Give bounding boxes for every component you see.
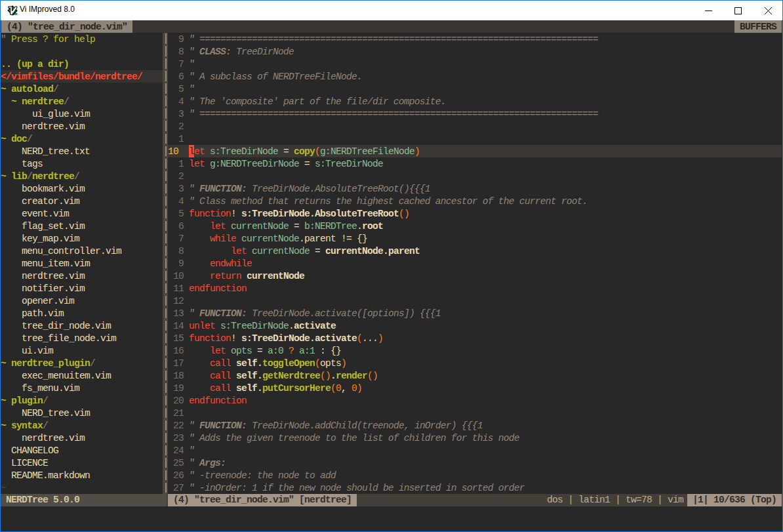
svg-text:im: im xyxy=(12,11,18,16)
